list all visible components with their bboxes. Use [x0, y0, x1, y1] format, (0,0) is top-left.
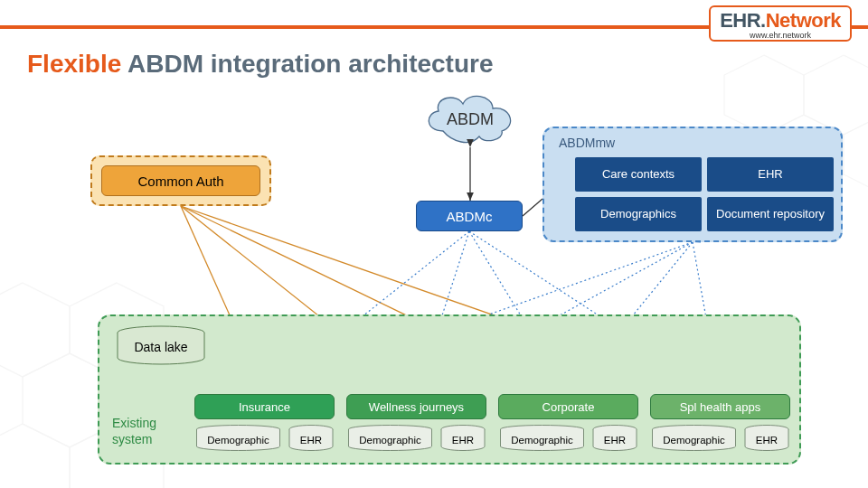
- cyl-demo-c: Demographic: [498, 425, 586, 452]
- common-auth-box: Common Auth: [90, 155, 271, 206]
- svg-line-10: [523, 199, 542, 216]
- cyl-demo-a: Demographic: [194, 425, 282, 452]
- logo-part2: Network: [766, 9, 841, 32]
- common-auth: Common Auth: [101, 165, 260, 196]
- svg-marker-3: [0, 424, 70, 488]
- app-wellness: Wellness journeys: [346, 394, 486, 419]
- cyl-ehr-c: EHR: [591, 425, 638, 452]
- logo-part1: EHR.: [720, 9, 766, 32]
- cyl-ehr-a: EHR: [288, 425, 335, 452]
- mw-document-repo: Document repository: [707, 197, 834, 231]
- abdmc-box: ABDMc: [416, 201, 523, 231]
- app-spl-health: Spl health apps: [650, 394, 790, 419]
- cyl-ehr-b: EHR: [439, 425, 486, 452]
- page-title: Flexible ABDM integration architecture: [27, 50, 494, 79]
- existing-system-label: Existing system: [112, 415, 156, 447]
- cyl-ehr-d: EHR: [743, 425, 790, 452]
- brand-logo: EHR.Network www.ehr.network: [709, 5, 852, 42]
- mw-care-contexts: Care contexts: [575, 157, 702, 192]
- app-corporate: Corporate: [498, 394, 638, 419]
- mw-ehr: EHR: [707, 157, 834, 192]
- cyl-demo-d: Demographic: [650, 425, 738, 452]
- svg-marker-8: [844, 115, 868, 194]
- abdmmw-label: ABDMmw: [559, 136, 615, 150]
- svg-marker-0: [0, 283, 70, 377]
- abdm-cloud: ABDM: [416, 86, 524, 147]
- cyl-demo-b: Demographic: [346, 425, 434, 452]
- svg-marker-5: [724, 55, 804, 135]
- data-lake: Data lake: [116, 325, 206, 365]
- mw-demographics: Demographics: [575, 197, 702, 231]
- app-insurance: Insurance: [194, 394, 335, 419]
- svg-marker-6: [804, 55, 868, 135]
